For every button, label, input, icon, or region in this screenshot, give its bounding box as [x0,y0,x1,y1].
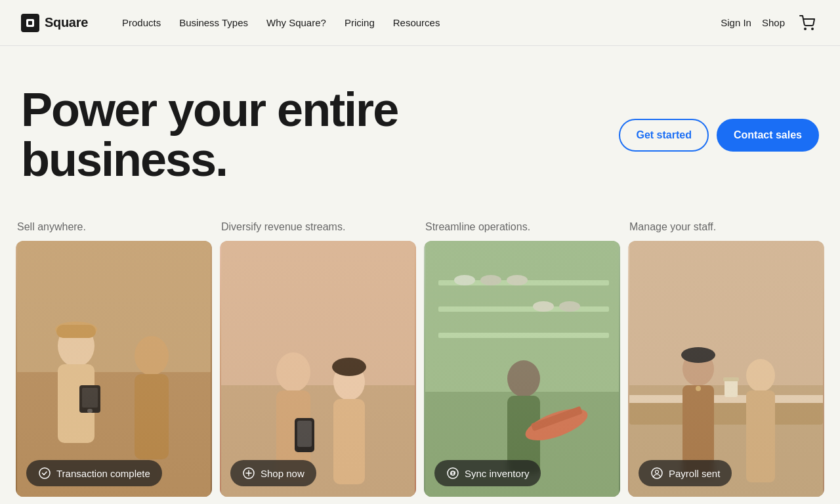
hero-headline: Power your entire business. [21,85,559,184]
logo[interactable]: Square [21,14,88,32]
svg-rect-41 [531,406,583,432]
svg-rect-11 [135,374,169,459]
card-label-manage: Manage your staff. [628,221,824,233]
cart-icon [799,15,815,31]
svg-point-37 [559,301,580,312]
get-started-button[interactable]: Get started [619,119,708,152]
plus-circle-icon [242,467,255,480]
svg-rect-7 [58,364,94,443]
svg-point-33 [454,275,475,285]
card-image-streamline: Sync inventory [424,241,620,497]
svg-rect-16 [221,241,415,497]
cards-row: Sell anywhere. [16,221,824,497]
badge-sync[interactable]: Sync inventory [434,460,541,486]
badge-transaction-label: Transaction complete [56,468,150,479]
svg-rect-32 [438,333,609,338]
svg-point-3 [812,28,813,30]
svg-point-2 [805,28,806,30]
svg-rect-54 [723,377,739,381]
svg-point-50 [696,386,701,391]
card-label-sell: Sell anywhere. [16,221,212,233]
manage-illustration [628,241,824,497]
svg-point-47 [682,352,714,386]
badge-shop-now-label: Shop now [261,468,304,479]
svg-rect-30 [438,280,609,285]
diversify-illustration [220,241,416,497]
card-sell-anywhere: Sell anywhere. [16,221,212,497]
svg-rect-13 [82,388,98,408]
navbar: Square Products Business Types Why Squar… [0,0,840,46]
card-diversify: Diversify revenue streams. [220,221,416,497]
card-label-streamline: Streamline operations. [424,221,620,233]
nav-business-types[interactable]: Business Types [171,12,256,33]
badge-shop-now[interactable]: Shop now [230,460,316,486]
svg-rect-43 [629,241,823,497]
check-circle-icon [38,467,51,480]
sign-in-link[interactable]: Sign In [721,17,751,28]
svg-point-24 [332,358,366,376]
streamline-illustration [424,241,620,497]
svg-point-36 [533,301,554,312]
svg-point-18 [276,352,310,392]
nav-links: Products Business Types Why Square? Pric… [114,12,721,33]
nav-right: Sign In Shop [721,11,819,35]
logo-icon [21,14,39,32]
svg-point-35 [507,275,528,285]
nav-resources[interactable]: Resources [385,12,448,33]
svg-point-15 [39,468,50,478]
svg-point-8 [55,322,97,337]
svg-rect-4 [17,241,211,497]
card-label-diversify: Diversify revenue streams. [220,221,416,233]
svg-point-51 [746,359,775,392]
svg-point-34 [480,275,501,285]
badge-payroll-label: Payroll sent [669,468,720,479]
nav-why-square[interactable]: Why Square? [259,12,334,33]
svg-rect-21 [297,421,312,447]
svg-point-56 [656,471,659,474]
person-circle-icon [650,467,663,480]
card-image-diversify: Shop now [220,241,416,497]
svg-rect-12 [79,385,100,413]
badge-transaction[interactable]: Transaction complete [26,460,162,486]
svg-rect-31 [438,306,609,312]
svg-point-42 [448,468,458,478]
badge-payroll[interactable]: Payroll sent [639,460,732,486]
card-manage-staff: Manage your staff. [628,221,824,497]
logo-text: Square [45,15,88,30]
contact-sales-button[interactable]: Contact sales [717,119,819,152]
svg-point-10 [135,336,169,375]
svg-point-38 [507,360,540,397]
card-image-sell: Transaction complete [16,241,212,497]
sell-illustration [16,241,212,497]
badge-sync-label: Sync inventory [465,468,529,479]
svg-point-22 [333,364,365,400]
card-image-manage: Payroll sent [628,241,824,497]
hero-buttons: Get started Contact sales [619,119,819,152]
svg-rect-53 [724,379,738,397]
sync-icon [446,467,459,480]
svg-rect-45 [629,398,823,425]
svg-point-6 [58,325,94,367]
svg-rect-28 [425,241,619,497]
nav-pricing[interactable]: Pricing [337,12,383,33]
svg-rect-23 [333,399,365,484]
nav-products[interactable]: Products [114,12,169,33]
svg-rect-9 [56,325,96,338]
svg-point-49 [681,347,715,363]
svg-point-40 [522,402,591,447]
cart-button[interactable] [795,11,819,35]
svg-rect-20 [295,418,314,452]
shop-link[interactable]: Shop [762,17,785,28]
svg-rect-52 [746,390,775,482]
svg-rect-1 [28,21,32,25]
cards-section: Sell anywhere. [0,211,840,504]
svg-rect-46 [629,395,823,403]
hero-section: Power your entire business. Get started … [0,46,840,211]
card-streamline: Streamline operations. [424,221,620,497]
svg-rect-14 [87,409,93,413]
